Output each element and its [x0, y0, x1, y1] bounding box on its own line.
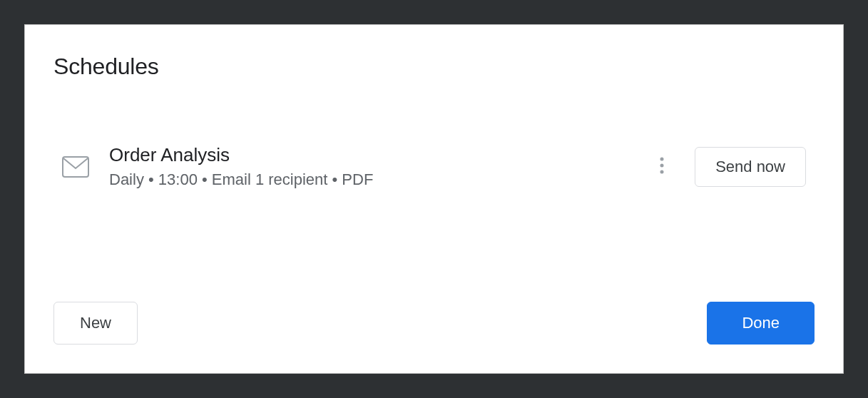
mail-icon — [62, 156, 89, 178]
new-button[interactable]: New — [53, 302, 138, 345]
send-now-button[interactable]: Send now — [695, 147, 806, 187]
schedule-menu-button[interactable] — [649, 154, 675, 180]
schedule-name: Order Analysis — [109, 144, 649, 166]
svg-point-3 — [660, 170, 664, 174]
schedule-actions: Send now — [649, 147, 806, 187]
schedule-info: Order Analysis Daily • 13:00 • Email 1 r… — [109, 144, 649, 189]
svg-rect-0 — [63, 157, 88, 177]
schedule-details: Daily • 13:00 • Email 1 recipient • PDF — [109, 170, 649, 189]
dialog-footer: New Done — [53, 302, 815, 345]
svg-point-2 — [660, 164, 664, 168]
kebab-icon — [660, 157, 664, 176]
schedule-row: Order Analysis Daily • 13:00 • Email 1 r… — [53, 144, 815, 189]
done-button[interactable]: Done — [707, 302, 815, 345]
svg-point-1 — [660, 158, 664, 161]
schedules-dialog: Schedules Order Analysis Daily • 13:00 •… — [24, 24, 844, 374]
dialog-title: Schedules — [53, 53, 815, 80]
